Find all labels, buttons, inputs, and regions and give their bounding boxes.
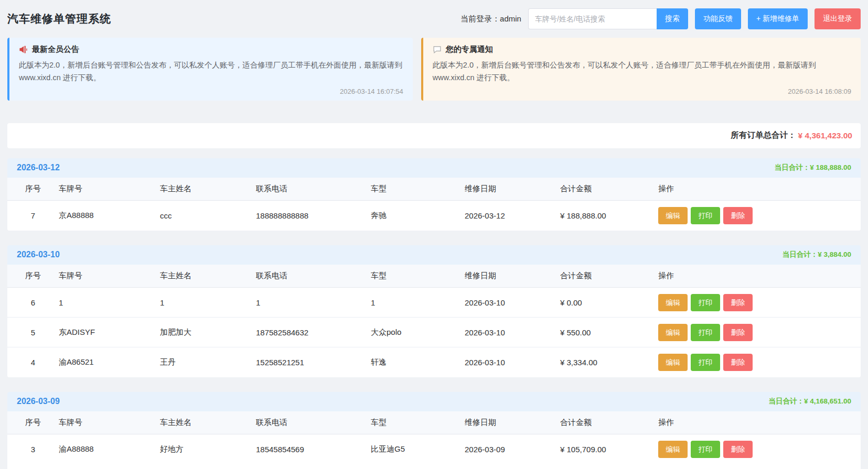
day-section-header: 2026-03-09 当日合计：¥ 4,168,651.00 <box>7 392 861 411</box>
delete-button[interactable]: 删除 <box>723 324 753 341</box>
cell-model: 比亚迪G5 <box>371 434 465 464</box>
announcement-timestamp: 2026-03-14 16:07:54 <box>19 84 403 95</box>
cell-no: 6 <box>7 288 59 318</box>
col-phone: 联系电话 <box>256 178 371 201</box>
col-date: 维修日期 <box>465 178 560 201</box>
col-actions: 操作 <box>658 411 861 434</box>
orders-table: 序号 车牌号 车主姓名 联系电话 车型 维修日期 合计金额 操作 3 渝A888… <box>7 411 861 464</box>
col-plate: 车牌号 <box>59 265 160 288</box>
orders-table-wrap: 序号 车牌号 车主姓名 联系电话 车型 维修日期 合计金额 操作 3 渝A888… <box>7 411 861 469</box>
cell-date: 2026-03-10 <box>465 347 560 377</box>
logout-button[interactable]: 退出登录 <box>815 8 861 29</box>
delete-button[interactable]: 删除 <box>723 354 753 371</box>
announcement-title-row: 最新全员公告 <box>19 45 403 54</box>
orders-table-wrap: 序号 车牌号 车主姓名 联系电话 车型 维修日期 合计金额 操作 7 京A888… <box>7 178 861 231</box>
cell-model: 大众polo <box>371 318 465 347</box>
edit-button[interactable]: 编辑 <box>658 207 688 224</box>
grand-total-card: 所有订单总合计： ¥ 4,361,423.00 <box>7 123 861 148</box>
announcement-card: 最新全员公告 此版本为2.0，新增后台账号管理和公告发布，可以私发个人账号，适合… <box>7 38 413 101</box>
cell-model: 奔驰 <box>371 201 465 231</box>
print-button[interactable]: 打印 <box>691 294 720 311</box>
announcement-title: 最新全员公告 <box>32 45 79 54</box>
delete-button[interactable]: 删除 <box>723 294 753 311</box>
personal-notice-body: 此版本为2.0，新增后台账号管理和公告发布，可以私发个人账号，适合修理厂员工带手… <box>433 59 851 84</box>
col-no: 序号 <box>7 411 59 434</box>
current-user: admin <box>500 14 521 23</box>
cell-actions: 编辑打印删除 <box>658 318 861 347</box>
cell-date: 2026-03-12 <box>465 201 560 231</box>
col-actions: 操作 <box>658 265 861 288</box>
edit-button[interactable]: 编辑 <box>658 294 688 311</box>
day-total: 当日合计：¥ 188,888.00 <box>775 163 851 172</box>
cell-phone: 1 <box>256 288 371 318</box>
cell-actions: 编辑打印删除 <box>658 201 861 231</box>
col-actions: 操作 <box>658 178 861 201</box>
search-input[interactable] <box>528 8 657 29</box>
col-amount: 合计金额 <box>560 265 658 288</box>
print-button[interactable]: 打印 <box>691 354 720 371</box>
cell-actions: 编辑打印删除 <box>658 288 861 318</box>
cell-model: 轩逸 <box>371 347 465 377</box>
personal-notice-card: 您的专属通知 此版本为2.0，新增后台账号管理和公告发布，可以私发个人账号，适合… <box>421 38 861 101</box>
table-row: 3 渝A88888 好地方 18545854569 比亚迪G5 2026-03-… <box>7 434 861 464</box>
orders-table: 序号 车牌号 车主姓名 联系电话 车型 维修日期 合计金额 操作 6 1 1 <box>7 265 861 377</box>
day-total-amount: ¥ 4,168,651.00 <box>804 397 851 405</box>
search-button[interactable]: 搜索 <box>657 8 688 29</box>
cell-plate: 1 <box>59 288 160 318</box>
print-button[interactable]: 打印 <box>691 324 720 341</box>
cell-owner: 1 <box>160 288 256 318</box>
cell-phone: 187582584632 <box>256 318 371 347</box>
orders-table-wrap: 序号 车牌号 车主姓名 联系电话 车型 维修日期 合计金额 操作 6 1 1 <box>7 265 861 377</box>
day-section-2026-03-10: 2026-03-10 当日合计：¥ 3,884.00 序号 车牌号 车主姓名 联… <box>7 245 861 377</box>
megaphone-icon <box>19 45 28 54</box>
table-row: 7 京A88888 ccc 188888888888 奔驰 2026-03-12… <box>7 201 861 231</box>
add-repair-order-button[interactable]: + 新增维修单 <box>748 8 808 29</box>
cell-actions: 编辑打印删除 <box>658 347 861 377</box>
table-header-row: 序号 车牌号 车主姓名 联系电话 车型 维修日期 合计金额 操作 <box>7 178 861 201</box>
cell-no: 4 <box>7 347 59 377</box>
cell-amount: ¥ 3,334.00 <box>560 347 658 377</box>
announcement-body: 此版本为2.0，新增后台账号管理和公告发布，可以私发个人账号，适合修理厂员工带手… <box>19 59 403 84</box>
cell-amount: ¥ 188,888.00 <box>560 201 658 231</box>
speech-bubble-icon <box>433 45 442 54</box>
feedback-button[interactable]: 功能反馈 <box>695 8 741 29</box>
col-owner: 车主姓名 <box>160 178 256 201</box>
cell-no: 7 <box>7 201 59 231</box>
personal-notice-title: 您的专属通知 <box>446 45 493 54</box>
cell-amount: ¥ 550.00 <box>560 318 658 347</box>
top-bar: 汽车维修单管理系统 当前登录：admin 搜索 功能反馈 + 新增维修单 退出登… <box>7 0 861 38</box>
day-section-header: 2026-03-12 当日合计：¥ 188,888.00 <box>7 158 861 178</box>
print-button[interactable]: 打印 <box>691 207 720 224</box>
table-row: 6 1 1 1 1 2026-03-10 ¥ 0.00 编辑打印删除 <box>7 288 861 318</box>
print-button[interactable]: 打印 <box>691 441 720 458</box>
section-date: 2026-03-10 <box>17 250 60 259</box>
col-plate: 车牌号 <box>59 178 160 201</box>
col-no: 序号 <box>7 178 59 201</box>
cell-owner: 王丹 <box>160 347 256 377</box>
orders-table: 序号 车牌号 车主姓名 联系电话 车型 维修日期 合计金额 操作 7 京A888… <box>7 178 861 231</box>
personal-notice-timestamp: 2026-03-14 16:08:09 <box>433 84 851 95</box>
day-total: 当日合计：¥ 3,884.00 <box>783 250 851 259</box>
cell-date: 2026-03-10 <box>465 288 560 318</box>
cell-plate: 京A88888 <box>59 201 160 231</box>
day-total: 当日合计：¥ 4,168,651.00 <box>768 397 851 406</box>
table-row: 4 渝A86521 王丹 15258521251 轩逸 2026-03-10 ¥… <box>7 347 861 377</box>
current-login: 当前登录：admin <box>460 14 521 24</box>
col-owner: 车主姓名 <box>160 411 256 434</box>
grand-total-label: 所有订单总合计： <box>731 130 796 141</box>
edit-button[interactable]: 编辑 <box>658 441 688 458</box>
section-date: 2026-03-12 <box>17 163 60 172</box>
edit-button[interactable]: 编辑 <box>658 354 688 371</box>
col-plate: 车牌号 <box>59 411 160 434</box>
edit-button[interactable]: 编辑 <box>658 324 688 341</box>
cell-owner: 好地方 <box>160 434 256 464</box>
delete-button[interactable]: 删除 <box>723 441 753 458</box>
cell-amount: ¥ 105,709.00 <box>560 434 658 464</box>
cell-date: 2026-03-10 <box>465 318 560 347</box>
day-total-label: 当日合计： <box>768 397 804 405</box>
cell-phone: 15258521251 <box>256 347 371 377</box>
delete-button[interactable]: 删除 <box>723 207 753 224</box>
cell-plate: 渝A88888 <box>59 434 160 464</box>
notice-row: 最新全员公告 此版本为2.0，新增后台账号管理和公告发布，可以私发个人账号，适合… <box>7 38 861 101</box>
cell-no: 3 <box>7 434 59 464</box>
